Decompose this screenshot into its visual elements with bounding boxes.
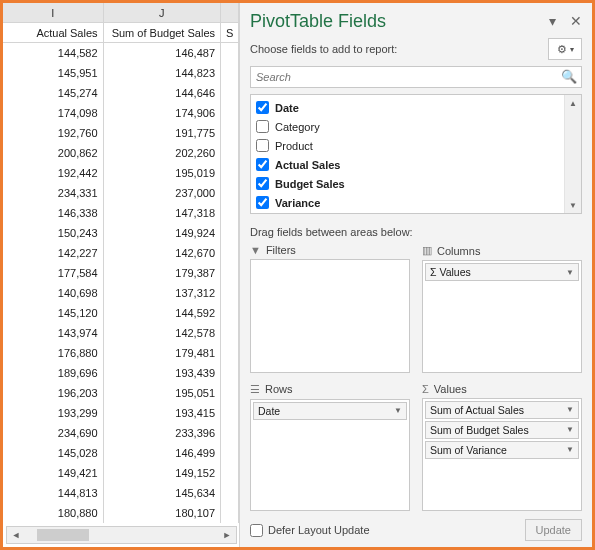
cell[interactable]: 233,396 xyxy=(104,423,221,443)
cell[interactable]: 144,582 xyxy=(3,43,104,63)
col-header-j[interactable]: J xyxy=(104,3,222,22)
col-header-i[interactable]: I xyxy=(3,3,104,22)
cell[interactable]: 174,906 xyxy=(104,103,221,123)
update-button[interactable]: Update xyxy=(525,519,582,541)
cell[interactable]: 195,019 xyxy=(104,163,221,183)
table-row[interactable]: 192,760191,775 xyxy=(3,123,239,143)
data-rows[interactable]: 144,582146,487145,951144,823145,274144,6… xyxy=(3,43,239,547)
cell[interactable]: 145,634 xyxy=(104,483,221,503)
chevron-down-icon[interactable]: ▼ xyxy=(566,445,574,454)
filters-area[interactable]: ▼Filters xyxy=(250,244,410,373)
columns-drop-zone[interactable]: Σ Values▼ xyxy=(422,260,582,373)
table-row[interactable]: 144,813145,634 xyxy=(3,483,239,503)
scroll-up-icon[interactable]: ▲ xyxy=(569,95,577,111)
field-checkbox[interactable] xyxy=(256,120,269,133)
area-field-chip[interactable]: Sum of Budget Sales▼ xyxy=(425,421,579,439)
rows-drop-zone[interactable]: Date▼ xyxy=(250,399,410,512)
cell[interactable]: 193,299 xyxy=(3,403,104,423)
chevron-down-icon[interactable]: ▼ xyxy=(566,268,574,277)
cell[interactable]: 149,421 xyxy=(3,463,104,483)
table-row[interactable]: 145,274144,646 xyxy=(3,83,239,103)
chevron-down-icon[interactable]: ▼ xyxy=(566,425,574,434)
cell[interactable]: 149,924 xyxy=(104,223,221,243)
cell[interactable]: 142,578 xyxy=(104,323,221,343)
cell[interactable]: 237,000 xyxy=(104,183,221,203)
cell[interactable]: 144,813 xyxy=(3,483,104,503)
cell[interactable]: 177,584 xyxy=(3,263,104,283)
table-row[interactable]: 142,227142,670 xyxy=(3,243,239,263)
table-row[interactable]: 192,442195,019 xyxy=(3,163,239,183)
field-checkbox[interactable] xyxy=(256,158,269,171)
cell[interactable]: 144,646 xyxy=(104,83,221,103)
table-row[interactable]: 189,696193,439 xyxy=(3,363,239,383)
pane-close-icon[interactable]: ✕ xyxy=(570,13,582,29)
rows-area[interactable]: ☰Rows Date▼ xyxy=(250,383,410,512)
field-checkbox[interactable] xyxy=(256,139,269,152)
scroll-track[interactable] xyxy=(25,527,218,543)
cell[interactable]: 179,481 xyxy=(104,343,221,363)
field-header-actual[interactable]: Actual Sales xyxy=(3,23,104,42)
table-row[interactable]: 180,880180,107 xyxy=(3,503,239,523)
fieldlist-scrollbar[interactable]: ▲ ▼ xyxy=(564,95,581,213)
pane-menu-icon[interactable]: ▾ xyxy=(549,13,556,29)
scroll-right-icon[interactable]: ► xyxy=(218,527,236,543)
cell[interactable]: 192,760 xyxy=(3,123,104,143)
cell[interactable]: 147,318 xyxy=(104,203,221,223)
cell[interactable]: 174,098 xyxy=(3,103,104,123)
cell[interactable]: 180,880 xyxy=(3,503,104,523)
table-row[interactable]: 150,243149,924 xyxy=(3,223,239,243)
columns-area[interactable]: ▥Columns Σ Values▼ xyxy=(422,244,582,373)
field-header-budget[interactable]: Sum of Budget Sales xyxy=(104,23,221,42)
values-area[interactable]: ΣValues Sum of Actual Sales▼Sum of Budge… xyxy=(422,383,582,512)
cell[interactable]: 146,487 xyxy=(104,43,221,63)
horizontal-scrollbar[interactable]: ◄ ► xyxy=(6,526,237,544)
cell[interactable]: 234,690 xyxy=(3,423,104,443)
tools-dropdown[interactable]: ⚙▾ xyxy=(548,38,582,60)
cell[interactable]: 140,698 xyxy=(3,283,104,303)
cell[interactable]: 137,312 xyxy=(104,283,221,303)
table-row[interactable]: 174,098174,906 xyxy=(3,103,239,123)
table-row[interactable]: 140,698137,312 xyxy=(3,283,239,303)
chevron-down-icon[interactable]: ▼ xyxy=(566,405,574,414)
field-checkbox[interactable] xyxy=(256,101,269,114)
cell[interactable]: 145,120 xyxy=(3,303,104,323)
table-row[interactable]: 176,880179,481 xyxy=(3,343,239,363)
field-item[interactable]: Product xyxy=(251,136,564,155)
cell[interactable]: 150,243 xyxy=(3,223,104,243)
cell[interactable]: 192,442 xyxy=(3,163,104,183)
chevron-down-icon[interactable]: ▼ xyxy=(394,406,402,415)
cell[interactable]: 200,862 xyxy=(3,143,104,163)
table-row[interactable]: 145,028146,499 xyxy=(3,443,239,463)
scroll-left-icon[interactable]: ◄ xyxy=(7,527,25,543)
cell[interactable]: 145,951 xyxy=(3,63,104,83)
search-input[interactable] xyxy=(250,66,582,88)
cell[interactable]: 144,823 xyxy=(104,63,221,83)
cell[interactable]: 195,051 xyxy=(104,383,221,403)
table-row[interactable]: 177,584179,387 xyxy=(3,263,239,283)
table-row[interactable]: 149,421149,152 xyxy=(3,463,239,483)
cell[interactable]: 146,338 xyxy=(3,203,104,223)
scroll-down-icon[interactable]: ▼ xyxy=(569,197,577,213)
cell[interactable]: 145,274 xyxy=(3,83,104,103)
area-field-chip[interactable]: Sum of Actual Sales▼ xyxy=(425,401,579,419)
field-checkbox[interactable] xyxy=(256,177,269,190)
table-row[interactable]: 234,331237,000 xyxy=(3,183,239,203)
area-field-chip[interactable]: Sum of Variance▼ xyxy=(425,441,579,459)
cell[interactable]: 196,203 xyxy=(3,383,104,403)
field-item[interactable]: Variance xyxy=(251,193,564,212)
table-row[interactable]: 193,299193,415 xyxy=(3,403,239,423)
table-row[interactable]: 145,120144,592 xyxy=(3,303,239,323)
table-row[interactable]: 234,690233,396 xyxy=(3,423,239,443)
table-row[interactable]: 200,862202,260 xyxy=(3,143,239,163)
field-item[interactable]: Budget Sales xyxy=(251,174,564,193)
table-row[interactable]: 145,951144,823 xyxy=(3,63,239,83)
cell[interactable]: 180,107 xyxy=(104,503,221,523)
cell[interactable]: 189,696 xyxy=(3,363,104,383)
cell[interactable]: 179,387 xyxy=(104,263,221,283)
defer-checkbox-input[interactable] xyxy=(250,524,263,537)
defer-layout-checkbox[interactable]: Defer Layout Update xyxy=(250,524,370,537)
cell[interactable]: 191,775 xyxy=(104,123,221,143)
cell[interactable]: 193,439 xyxy=(104,363,221,383)
area-field-chip[interactable]: Date▼ xyxy=(253,402,407,420)
filters-drop-zone[interactable] xyxy=(250,259,410,373)
